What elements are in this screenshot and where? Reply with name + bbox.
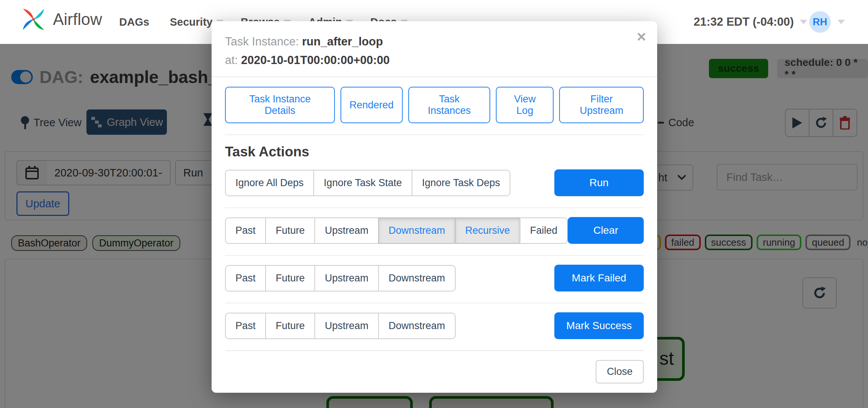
airflow-brand[interactable]: Airflow [19,5,102,34]
divider [225,303,644,303]
airflow-logo-icon [19,5,48,34]
mark-success-action-row: Past Future Upstream Downstream Mark Suc… [225,312,644,339]
failed-past-toggle[interactable]: Past [225,265,266,291]
instance-links-row: Task Instance Details Rendered Task Inst… [225,87,644,123]
failed-future-toggle[interactable]: Future [265,265,315,291]
airflow-graph-page: Airflow DAGs Security Browse Admin Docs … [0,0,868,408]
modal-body: Task Instance Details Rendered Task Inst… [212,77,657,339]
modal-title-task-id: run_after_loop [302,35,383,48]
view-log-button[interactable]: View Log [496,87,554,123]
modal-header: Task Instance: run_after_loop at: 2020-1… [212,21,657,77]
close-icon[interactable]: × [637,28,646,46]
success-downstream-toggle[interactable]: Downstream [378,313,456,339]
task-instances-button[interactable]: Task Instances [408,87,491,123]
task-instance-details-button[interactable]: Task Instance Details [225,87,335,123]
ignore-all-deps-toggle[interactable]: Ignore All Deps [225,170,314,196]
divider [225,134,644,135]
mark-failed-options-group: Past Future Upstream Downstream [225,265,456,291]
clear-future-toggle[interactable]: Future [265,217,315,244]
clear-recursive-toggle[interactable]: Recursive [455,217,520,244]
divider [225,207,644,208]
failed-downstream-toggle[interactable]: Downstream [378,265,456,291]
brand-title: Airflow [53,10,102,29]
clear-action-row: Past Future Upstream Downstream Recursiv… [225,217,644,244]
nav-item-dags[interactable]: DAGs [119,0,149,44]
modal-title-label: Task Instance: [225,35,299,48]
task-actions-title: Task Actions [225,144,644,160]
task-instance-modal: Task Instance: run_after_loop at: 2020-1… [212,21,657,393]
run-action-row: Ignore All Deps Ignore Task State Ignore… [225,169,644,196]
divider [225,255,644,256]
clear-upstream-toggle[interactable]: Upstream [314,217,379,244]
success-past-toggle[interactable]: Past [225,313,266,339]
ignore-task-deps-toggle[interactable]: Ignore Task Deps [412,170,511,196]
ignore-task-state-toggle[interactable]: Ignore Task State [313,170,412,196]
clock-timezone-menu[interactable]: 21:32 EDT (-04:00) [694,0,807,44]
clear-button[interactable]: Clear [568,217,644,244]
mark-failed-button[interactable]: Mark Failed [554,265,644,291]
mark-success-button[interactable]: Mark Success [554,312,644,339]
user-avatar[interactable]: RH [809,11,831,33]
caret-down-icon[interactable] [837,20,845,24]
close-button[interactable]: Close [596,360,644,383]
run-button[interactable]: Run [554,169,644,196]
mark-failed-action-row: Past Future Upstream Downstream Mark Fai… [225,265,644,291]
rendered-button[interactable]: Rendered [340,87,403,123]
modal-execution-date: 2020-10-01T00:00:00+00:00 [241,54,390,67]
filter-upstream-button[interactable]: Filter Upstream [559,87,644,123]
run-options-group: Ignore All Deps Ignore Task State Ignore… [225,170,510,196]
success-upstream-toggle[interactable]: Upstream [314,313,379,339]
failed-upstream-toggle[interactable]: Upstream [314,265,379,291]
clear-past-toggle[interactable]: Past [225,217,266,244]
mark-success-options-group: Past Future Upstream Downstream [225,313,456,339]
modal-footer: Close [225,350,644,383]
clear-failed-toggle[interactable]: Failed [520,217,568,244]
clear-downstream-toggle[interactable]: Downstream [378,217,456,244]
modal-at-label: at: [225,54,238,67]
success-future-toggle[interactable]: Future [265,313,315,339]
clear-options-group: Past Future Upstream Downstream Recursiv… [225,217,568,244]
caret-down-icon [800,20,807,24]
